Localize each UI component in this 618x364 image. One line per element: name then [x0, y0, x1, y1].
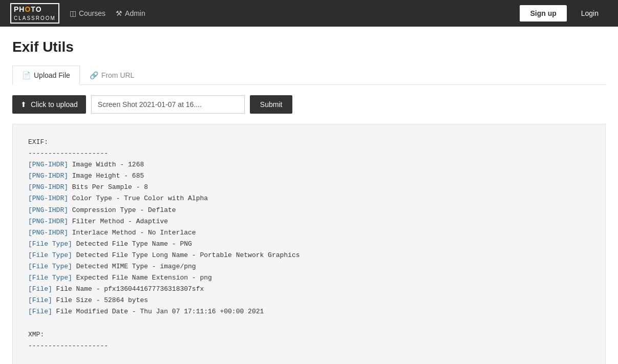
upload-arrow-icon: ⬆: [20, 100, 27, 109]
upload-button[interactable]: ⬆ Click to upload: [12, 95, 86, 114]
upload-row: ⬆ Click to upload Screen Shot 2021-01-07…: [12, 95, 606, 114]
submit-button[interactable]: Submit: [250, 95, 293, 114]
courses-label: Courses: [79, 9, 105, 17]
nav-links: ◫ Courses ⚒ Admin: [70, 9, 520, 17]
signup-button[interactable]: Sign up: [520, 5, 566, 22]
brand-logo: PHOTO Classroom: [10, 3, 59, 24]
tabs-container: 📄 Upload File 🔗 From URL: [12, 66, 606, 85]
main-content: Exif Utils 📄 Upload File 🔗 From URL ⬆ Cl…: [0, 27, 618, 364]
page-title: Exif Utils: [12, 39, 606, 55]
courses-nav-link[interactable]: ◫ Courses: [70, 9, 105, 17]
admin-icon: ⚒: [116, 9, 122, 17]
tab-from-url[interactable]: 🔗 From URL: [80, 66, 144, 84]
link-icon: 🔗: [90, 71, 98, 79]
tab-from-url-label: From URL: [101, 71, 135, 79]
filename-display: Screen Shot 2021-01-07 at 16....: [91, 95, 245, 114]
nav-actions: Sign up Login: [520, 5, 608, 22]
exif-output: EXIF: -------------------- [PNG-IHDR] Im…: [12, 124, 606, 364]
login-button[interactable]: Login: [572, 6, 608, 20]
admin-nav-link[interactable]: ⚒ Admin: [116, 9, 145, 17]
courses-icon: ◫: [70, 9, 76, 17]
navbar: PHOTO Classroom ◫ Courses ⚒ Admin Sign u…: [0, 0, 618, 27]
tab-upload-file[interactable]: 📄 Upload File: [12, 66, 80, 85]
tab-upload-file-label: Upload File: [34, 71, 70, 79]
upload-button-label: Click to upload: [31, 100, 78, 109]
upload-file-icon: 📄: [22, 71, 31, 79]
admin-label: Admin: [125, 9, 145, 17]
